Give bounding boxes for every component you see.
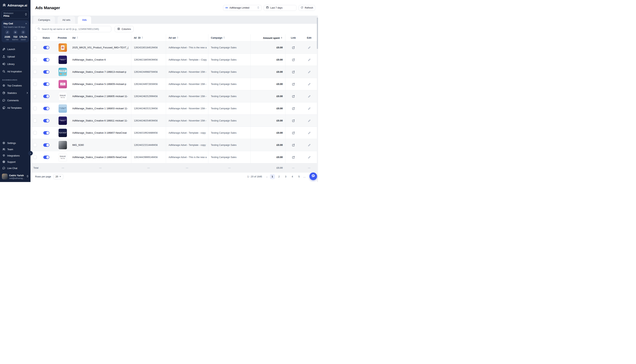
status-toggle[interactable] [43,143,49,147]
external-link-icon[interactable] [292,58,295,61]
edit-pencil-icon[interactable] [308,82,311,86]
ad-preview-thumbnail[interactable]: Reduction in Ad Launching Time TikTok · … [59,153,67,162]
row-checkbox[interactable] [33,155,37,159]
edit-pencil-icon[interactable] [308,95,311,98]
external-link-icon[interactable] [292,70,295,74]
status-toggle[interactable] [43,70,49,74]
pagination-page-5[interactable]: 5 [297,174,302,179]
edit-pencil-icon[interactable] [308,156,311,159]
workspace-selector[interactable]: Workspace Pihla [2,11,29,19]
date-range-picker[interactable]: Last 7 days [264,5,296,11]
sidebar-item-statistics[interactable]: Statistics [0,90,31,96]
ad-preview-thumbnail[interactable] [59,44,67,52]
calendar-icon [266,6,269,10]
edit-pencil-icon[interactable] [308,119,311,122]
ad-preview-thumbnail[interactable]: Free Your Team From Repetitive Uploads [59,129,67,137]
pagination-page-2[interactable]: 2 [277,174,282,179]
scrollbar-thumb[interactable] [317,18,318,49]
select-all-checkbox[interactable] [33,36,37,40]
sidebar-item-upload[interactable]: Upload [0,54,31,60]
sidebar-item-support[interactable]: Support [0,159,31,165]
pagination-page-1[interactable]: 1 [270,174,275,179]
ad-preview-thumbnail[interactable] [59,141,67,149]
search-icon [37,27,40,31]
edit-pencil-icon[interactable] [308,107,311,110]
column-header-ad[interactable]: Ad [70,34,131,42]
row-checkbox[interactable] [33,94,37,98]
ad-preview-thumbnail[interactable]: Still Uploading Ads Manually? YesNo [59,68,67,76]
sidebar-item-integrations[interactable]: Integrations [0,153,31,158]
tab-ad-sets[interactable]: Ad sets [58,16,75,24]
sidebar-item-label: Upload [7,56,15,58]
ad-preview-thumbnail[interactable]: Launch 100s of Ads in 1-Click [59,104,67,113]
column-header-preview[interactable]: Preview [56,34,70,42]
sidebar-item-ad-templates[interactable]: Ad Templates [0,105,31,111]
column-header-amount-spent[interactable]: Amount spent [251,34,285,42]
sidebar-item-library[interactable]: Library [0,61,31,67]
status-toggle[interactable] [43,94,49,98]
sidebar-item-launch[interactable]: Launch [0,46,31,52]
row-checkbox[interactable] [33,46,37,49]
scrollbar-track[interactable] [317,16,318,182]
ad-preview-thumbnail[interactable]: 1 click 2 minutes 100s of ads [59,80,67,88]
external-link-icon[interactable] [292,46,295,49]
external-link-icon[interactable] [292,95,295,98]
row-checkbox[interactable] [33,106,37,110]
row-checkbox[interactable] [33,119,37,122]
row-checkbox[interactable] [33,131,37,134]
column-header-ad-set[interactable]: Ad set [166,34,208,42]
edit-pencil-icon[interactable] [308,70,311,74]
row-checkbox[interactable] [33,70,37,74]
edit-pencil-icon[interactable] [308,144,311,146]
status-toggle[interactable] [43,46,49,49]
ad-preview-thumbnail[interactable]: Reduction in Ad Launching Time TikTok · … [59,92,67,100]
row-checkbox[interactable] [33,58,37,62]
sidebar-item-top-creatives[interactable]: Top Creatives [0,83,31,88]
edit-pencil-icon[interactable] [308,131,311,134]
tab-campaigns[interactable]: Campaigns [33,16,55,24]
ad-account-selector[interactable]: ∞ AdManage Limited [223,5,262,11]
edit-pencil-icon[interactable] [308,46,311,49]
external-link-icon[interactable] [292,107,295,110]
user-menu[interactable]: Cedric Yarish ced@admanag... [0,172,31,182]
sort-icon [141,36,143,40]
status-toggle[interactable] [43,82,49,86]
edit-pencil-icon[interactable] [308,58,311,61]
external-link-icon[interactable] [292,144,295,146]
pagination-prev-button[interactable]: ‹ [266,175,268,178]
row-checkbox[interactable] [33,143,37,147]
brand[interactable]: Admanage.ai [0,0,31,10]
sidebar-item-ad-inspiration[interactable]: Ad Inspiration [0,69,31,74]
live-chat-fab[interactable] [309,172,317,180]
column-header-ad-id[interactable]: Ad ID [131,34,166,42]
external-link-icon[interactable] [292,156,295,159]
sidebar-item-comments[interactable]: Comments [0,98,31,103]
status-toggle[interactable] [43,58,49,62]
status-toggle[interactable] [43,119,49,122]
external-link-icon[interactable] [292,119,295,122]
status-toggle[interactable] [43,107,49,110]
close-icon[interactable]: ✕ [25,22,27,25]
external-link-icon[interactable] [292,131,295,134]
refresh-button[interactable]: Refresh [299,5,315,11]
pagination-page-4[interactable]: 4 [290,174,295,179]
ad-preview-thumbnail[interactable]: Automate Your Ad Workflows [59,56,67,64]
pagination-page-3[interactable]: 3 [283,174,288,179]
search-input[interactable] [42,28,109,30]
tab-ads[interactable]: Ads [78,16,91,24]
external-link-icon[interactable] [292,82,295,86]
status-toggle[interactable] [43,131,49,134]
sidebar-item-live-chat[interactable]: Live Chat [0,166,31,171]
sidebar-item-settings[interactable]: Settings [0,140,31,146]
sidebar-item-team[interactable]: Team [0,146,31,152]
status-toggle[interactable] [43,156,49,159]
sidebar-collapse-button[interactable]: ‹ [28,151,33,156]
column-header-status[interactable]: Status [39,34,56,42]
greeting-title: Hey Ced [4,22,13,25]
columns-button[interactable]: Columns [115,26,134,32]
rows-per-page-select[interactable]: 20 [53,174,63,179]
sidebar-item-label: Settings [7,142,16,144]
ad-preview-thumbnail[interactable]: Automate Your Ad Workflows [59,116,67,125]
row-checkbox[interactable] [33,82,37,86]
column-header-campaign[interactable]: Campaign [208,34,251,42]
